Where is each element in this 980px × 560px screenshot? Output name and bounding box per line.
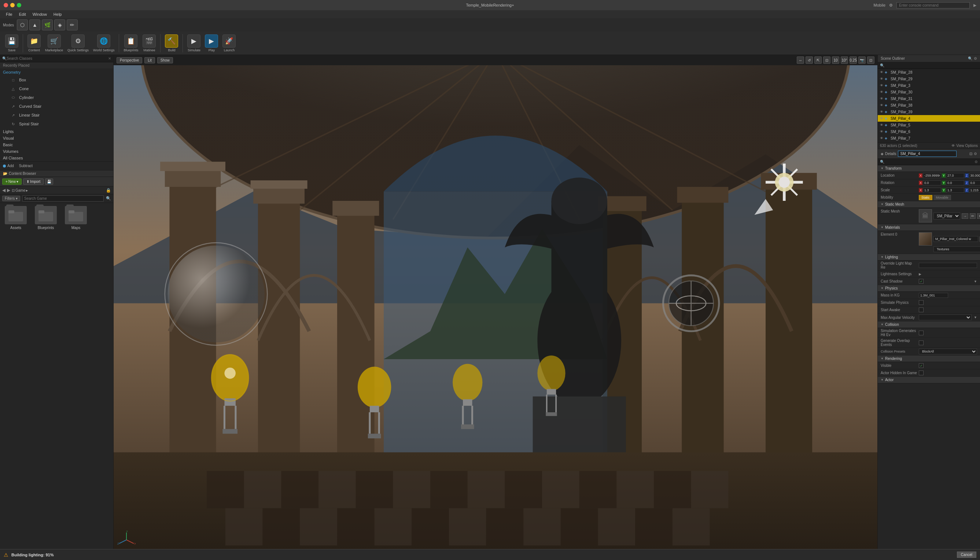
outliner-item-sm-pillar-39[interactable]: 👁 ◈ SM_Pillar_39 (878, 108, 980, 115)
static-mesh-section-header[interactable]: ▼ Static Mesh (878, 201, 980, 208)
lightmass-expand-icon[interactable]: ▶ (919, 272, 922, 276)
mesh-edit-button[interactable]: ✏ (970, 213, 976, 219)
rotation-x-input[interactable] (923, 180, 941, 185)
outliner-item-sm-pillar-28[interactable]: 👁 ◈ SM_Pillar_28 (878, 69, 980, 75)
search-clear-icon[interactable]: ✕ (108, 57, 111, 60)
category-all-classes[interactable]: All Classes (0, 155, 113, 161)
generate-overlap-checkbox[interactable] (919, 340, 923, 345)
breadcrumb-game[interactable]: Game (15, 188, 25, 192)
blueprints-toolbar-item[interactable]: 📋 Blueprints (123, 35, 138, 52)
movable-button[interactable]: Movable (933, 195, 951, 200)
filters-button[interactable]: Filters ▾ (2, 196, 20, 201)
quick-settings-toolbar-item[interactable]: ⚙ Quick Settings (67, 35, 89, 52)
geo-item-spiral-stair[interactable]: ↻ Spiral Stair (7, 120, 113, 128)
category-geometry[interactable]: Geometry (0, 69, 113, 75)
marketplace-toolbar-item[interactable]: 🛒 Marketplace (45, 35, 63, 52)
import-button[interactable]: ⬆ Import (23, 178, 43, 185)
details-search-input[interactable] (886, 160, 973, 164)
simulate-physics-checkbox[interactable] (919, 300, 923, 305)
viewport-scale-icon[interactable]: ⇱ (814, 57, 822, 64)
transform-section-header[interactable]: ▼ Transform (878, 165, 980, 172)
launch-toolbar-item[interactable]: 🚀 Launch (222, 35, 236, 52)
rendering-section-header[interactable]: ▼ Rendering (878, 355, 980, 362)
perspective-button[interactable]: Perspective (117, 57, 142, 63)
outliner-search-icon[interactable]: 🔍 (968, 57, 972, 60)
viewport-rotate-icon[interactable]: ↺ (805, 57, 813, 64)
category-visual[interactable]: Visual (0, 135, 113, 142)
scale-x-input[interactable] (923, 188, 941, 193)
mesh-browse-button[interactable]: → (962, 213, 968, 219)
new-button[interactable]: + New ▾ (2, 178, 22, 185)
start-awake-checkbox[interactable] (919, 307, 923, 312)
physics-section-header[interactable]: ▼ Physics (878, 285, 980, 292)
folder-maps[interactable]: Maps (63, 206, 89, 230)
material-name-input[interactable] (933, 236, 978, 242)
subtract-button[interactable]: Subtract (18, 164, 33, 168)
category-volumes[interactable]: Volumes (0, 148, 113, 155)
material-type-select[interactable]: Textures (933, 246, 980, 252)
add-button[interactable]: Add (3, 164, 14, 168)
console-input[interactable] (897, 2, 970, 8)
save-all-button[interactable]: 💾 (45, 178, 53, 185)
save-toolbar-item[interactable]: 💾 Save (5, 35, 18, 52)
scale-y-input[interactable] (946, 188, 964, 193)
cast-shadow-checkbox[interactable] (919, 279, 923, 284)
outliner-item-sm-pillar-3[interactable]: 👁 ◈ SM_Pillar_3 (878, 82, 980, 89)
folder-blueprints[interactable]: Blueprints (33, 206, 58, 230)
outliner-item-sm-pillar-31[interactable]: 👁 ◈ SM_Pillar_31 (878, 95, 980, 102)
geo-item-box[interactable]: □ Box (7, 75, 113, 84)
details-settings-icon[interactable]: ⚙ (974, 152, 977, 156)
menu-window[interactable]: Window (30, 12, 50, 17)
max-angular-velocity-select[interactable] (919, 315, 972, 320)
override-lightmap-input[interactable] (919, 263, 977, 268)
outliner-item-sm-pillar-6[interactable]: 👁 ◈ SM_Pillar_6 (878, 128, 980, 135)
category-lights[interactable]: Lights (0, 128, 113, 135)
outliner-item-sm-pillar-7[interactable]: 👁 ◈ SM_Pillar_7 (878, 135, 980, 142)
geo-item-curved-stair[interactable]: ↗ Curved Stair (7, 102, 113, 111)
lit-button[interactable]: Lit (144, 57, 155, 63)
foliage-mode-button[interactable]: 🌿 (42, 20, 53, 30)
viewport-snap-icon[interactable]: ⊡ (823, 57, 830, 64)
outliner-settings-icon[interactable]: ⚙ (974, 57, 977, 60)
maximize-button[interactable] (17, 3, 21, 7)
viewport-camera-speed[interactable]: 📷 (858, 57, 866, 64)
outliner-item-sm-pillar-29[interactable]: 👁 ◈ SM_Pillar_29 (878, 75, 980, 82)
mesh-clear-button[interactable]: ✕ (977, 213, 980, 219)
filter-search-input[interactable] (22, 195, 104, 202)
viewport-snap-value[interactable]: 10 (832, 57, 839, 64)
geo-item-cylinder[interactable]: ⬭ Cylinder (7, 93, 113, 102)
viewport-angle-snap[interactable]: 10° (841, 57, 848, 64)
outliner-view-options[interactable]: 👁 View Options (952, 144, 978, 148)
actor-hidden-checkbox[interactable] (919, 370, 923, 375)
actor-section-header[interactable]: ▼ Actor (878, 377, 980, 383)
select-mode-button[interactable]: ⬡ (17, 20, 28, 30)
scale-z-input[interactable] (969, 188, 980, 193)
rotation-y-input[interactable] (946, 180, 964, 185)
location-z-input[interactable] (969, 173, 980, 178)
geometry-mode-button[interactable]: ◈ (54, 20, 65, 30)
menu-file[interactable]: File (3, 12, 15, 17)
simulate-toolbar-item[interactable]: ▶ Simulate (187, 35, 200, 52)
collision-presets-select[interactable]: BlockAll (919, 348, 977, 354)
materials-section-header[interactable]: ▼ Materials (878, 224, 980, 231)
outliner-item-sm-pillar-38[interactable]: 👁 ◈ SM_Pillar_38 (878, 102, 980, 108)
viewport-translate-icon[interactable]: ↔ (797, 57, 804, 64)
places-search-input[interactable] (7, 57, 108, 60)
matinee-toolbar-item[interactable]: 🎬 Matinee (143, 35, 156, 52)
nav-forward-button[interactable]: ▶ (7, 188, 10, 193)
rotation-z-input[interactable] (969, 180, 980, 185)
viewport-canvas[interactable]: X Y Z Level Temple_MobileRendering (Pers… (113, 65, 877, 560)
mesh-select[interactable]: SM_Pillar (933, 213, 960, 220)
viewport-scale-snap[interactable]: 0.25 (850, 57, 857, 64)
cancel-build-button[interactable]: Cancel (957, 552, 976, 558)
category-basic[interactable]: Basic (0, 142, 113, 148)
folder-assets[interactable]: Assets (3, 206, 28, 230)
menu-edit[interactable]: Edit (16, 12, 29, 17)
location-x-input[interactable] (923, 173, 941, 178)
details-name-input[interactable] (898, 151, 957, 157)
collision-section-header[interactable]: ▼ Collision (878, 322, 980, 328)
geo-item-linear-stair[interactable]: ↗ Linear Stair (7, 111, 113, 120)
outliner-search-input[interactable] (886, 63, 978, 67)
outliner-item-sm-pillar-4[interactable]: 👁 ◈ SM_Pillar_4 (878, 115, 980, 122)
details-expand-icon[interactable]: ⊡ (969, 152, 972, 156)
